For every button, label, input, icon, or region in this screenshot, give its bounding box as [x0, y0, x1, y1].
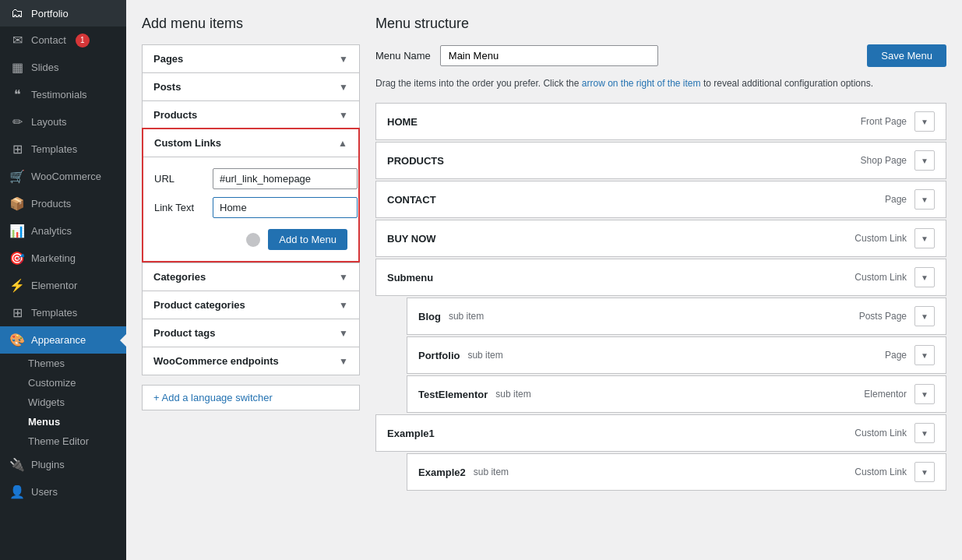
link-text-label: Link Text [154, 202, 205, 213]
accordion-product-tags-label: Product tags [153, 327, 215, 339]
sidebar-subitem-menus[interactable]: Menus [9, 412, 126, 431]
menu-item-example1[interactable]: Example1 Custom Link ▼ [375, 414, 946, 452]
menu-item-portfolio-sublabel: sub item [467, 350, 502, 361]
sidebar-item-analytics[interactable]: 📊 Analytics [0, 217, 126, 245]
accordion-woocommerce-endpoints-header[interactable]: WooCommerce endpoints ▼ [143, 347, 359, 375]
menu-item-submenu-expand[interactable]: ▼ [914, 267, 935, 287]
menu-item-contact-right: Page ▼ [885, 189, 935, 210]
sidebar-item-label: WooCommerce [31, 171, 101, 182]
menu-item-example2-expand[interactable]: ▼ [914, 462, 935, 482]
menu-item-blog-right: Posts Page ▼ [859, 306, 935, 326]
menu-item-portfolio-expand[interactable]: ▼ [914, 345, 935, 365]
appearance-arrow [120, 334, 126, 347]
menu-item-testelementor[interactable]: TestElementor sub item Elementor ▼ [407, 375, 946, 413]
plugins-icon: 🔌 [9, 457, 25, 472]
sidebar-item-label: Analytics [31, 225, 72, 237]
menu-item-portfolio-type: Page [885, 350, 907, 361]
link-text-row: Link Text [154, 197, 347, 218]
accordion-custom-links-header[interactable]: Custom Links ▲ [143, 129, 358, 157]
sidebar-item-label: Products [31, 198, 71, 210]
custom-links-body: URL Link Text Add to Menu [143, 157, 358, 261]
menu-item-buy-now[interactable]: BUY NOW Custom Link ▼ [375, 220, 946, 257]
menu-item-testelementor-left: TestElementor sub item [418, 389, 531, 400]
layouts-icon: ✏ [9, 114, 25, 129]
accordion-woocommerce-endpoints: WooCommerce endpoints ▼ [142, 347, 360, 375]
menu-item-home[interactable]: HOME Front Page ▼ [375, 103, 946, 140]
chevron-down-icon: ▼ [339, 300, 348, 311]
sidebar-item-label: Templates [31, 307, 77, 319]
sidebar-item-templates[interactable]: ⊞ Templates [0, 136, 126, 163]
sidebar-item-users[interactable]: 👤 Users [0, 478, 126, 505]
menu-item-example2[interactable]: Example2 sub item Custom Link ▼ [407, 453, 946, 491]
templates-icon: ⊞ [9, 142, 25, 157]
menu-item-products-right: Shop Page ▼ [861, 150, 935, 171]
menu-item-testelementor-sublabel: sub item [495, 389, 530, 400]
sidebar-item-contact[interactable]: ✉ Contact 1 [0, 26, 126, 54]
sidebar-item-label: Contact [31, 34, 66, 46]
accordion-custom-links: Custom Links ▲ URL Link Text Add to Menu [142, 128, 360, 262]
add-to-menu-button[interactable]: Add to Menu [268, 229, 347, 250]
accordion-categories-header[interactable]: Categories ▼ [143, 263, 359, 291]
accordion-posts-header[interactable]: Posts ▼ [143, 73, 359, 100]
accordion-product-categories-header[interactable]: Product categories ▼ [143, 291, 359, 319]
menu-item-blog[interactable]: Blog sub item Posts Page ▼ [407, 298, 946, 335]
menu-item-products-expand[interactable]: ▼ [914, 150, 935, 171]
sidebar-item-plugins[interactable]: 🔌 Plugins [0, 451, 126, 478]
sidebar: 🗂 Portfolio ✉ Contact 1 ▦ Slides ❝ Testi… [0, 0, 126, 560]
drag-hint-link[interactable]: arrow on the right of the item [582, 78, 701, 89]
menu-item-portfolio[interactable]: Portfolio sub item Page ▼ [407, 336, 946, 374]
menu-item-submenu-left: Submenu [387, 272, 433, 284]
menu-items-list: HOME Front Page ▼ PRODUCTS Shop Page ▼ [375, 103, 946, 544]
accordion-pages-header[interactable]: Pages ▼ [143, 45, 359, 72]
chevron-up-icon: ▲ [338, 138, 347, 149]
sidebar-item-portfolio[interactable]: 🗂 Portfolio [0, 0, 126, 26]
sidebar-item-woocommerce[interactable]: 🛒 WooCommerce [0, 163, 126, 190]
sidebar-item-slides[interactable]: ▦ Slides [0, 54, 126, 81]
menu-item-testelementor-expand[interactable]: ▼ [914, 384, 935, 404]
accordion-products-header[interactable]: Products ▼ [143, 101, 359, 129]
sidebar-item-appearance[interactable]: 🎨 Appearance [0, 326, 126, 354]
menu-item-example1-right: Custom Link ▼ [855, 423, 935, 443]
accordion-pages: Pages ▼ [142, 44, 360, 72]
url-input[interactable] [213, 168, 358, 189]
add-language-switcher-button[interactable]: + Add a language switcher [142, 385, 360, 410]
menu-item-example2-sublabel: sub item [474, 467, 509, 477]
menu-item-submenu[interactable]: Submenu Custom Link ▼ [375, 259, 946, 296]
menu-item-buy-now-right: Custom Link ▼ [855, 228, 935, 248]
sidebar-item-templates2[interactable]: ⊞ Templates [0, 299, 126, 326]
link-text-input[interactable] [213, 197, 358, 218]
save-menu-button[interactable]: Save Menu [867, 44, 946, 67]
menu-item-home-right: Front Page ▼ [861, 111, 935, 132]
sidebar-subitem-customize[interactable]: Customize [9, 373, 126, 393]
menu-item-example2-type: Custom Link [855, 467, 907, 477]
sidebar-item-layouts[interactable]: ✏ Layouts [0, 108, 126, 136]
sidebar-item-elementor[interactable]: ⚡ Elementor [0, 272, 126, 299]
sidebar-item-testimonials[interactable]: ❝ Testimonials [0, 81, 126, 108]
add-to-menu-row: Add to Menu [154, 229, 347, 250]
accordion-products-label: Products [153, 109, 197, 121]
sidebar-subitem-themes[interactable]: Themes [9, 354, 126, 373]
sidebar-item-products[interactable]: 📦 Products [0, 190, 126, 217]
products-icon: 📦 [9, 196, 25, 211]
menu-item-testelementor-type: Elementor [864, 389, 907, 400]
sidebar-item-marketing[interactable]: 🎯 Marketing [0, 245, 126, 272]
menu-item-contact[interactable]: CONTACT Page ▼ [375, 181, 946, 218]
menu-item-buy-now-expand[interactable]: ▼ [914, 228, 935, 248]
sidebar-item-label: Portfolio [31, 8, 69, 19]
menu-item-products-type: Shop Page [861, 155, 907, 166]
menu-item-contact-expand[interactable]: ▼ [914, 189, 935, 210]
sidebar-item-label: Slides [31, 62, 58, 73]
menu-item-example1-type: Custom Link [855, 428, 907, 438]
menu-item-blog-type: Posts Page [859, 311, 907, 322]
menu-item-portfolio-left: Portfolio sub item [418, 350, 503, 361]
menu-name-input[interactable] [440, 45, 658, 66]
accordion-product-tags-header[interactable]: Product tags ▼ [143, 319, 359, 347]
menu-item-blog-expand[interactable]: ▼ [914, 306, 935, 326]
portfolio-icon: 🗂 [9, 6, 25, 20]
sidebar-subitem-widgets[interactable]: Widgets [9, 393, 126, 412]
menu-item-example1-expand[interactable]: ▼ [914, 423, 935, 443]
chevron-down-icon: ▼ [339, 356, 348, 367]
sidebar-subitem-theme-editor[interactable]: Theme Editor [9, 431, 126, 451]
menu-item-products[interactable]: PRODUCTS Shop Page ▼ [375, 142, 946, 179]
menu-item-home-expand[interactable]: ▼ [914, 111, 935, 132]
